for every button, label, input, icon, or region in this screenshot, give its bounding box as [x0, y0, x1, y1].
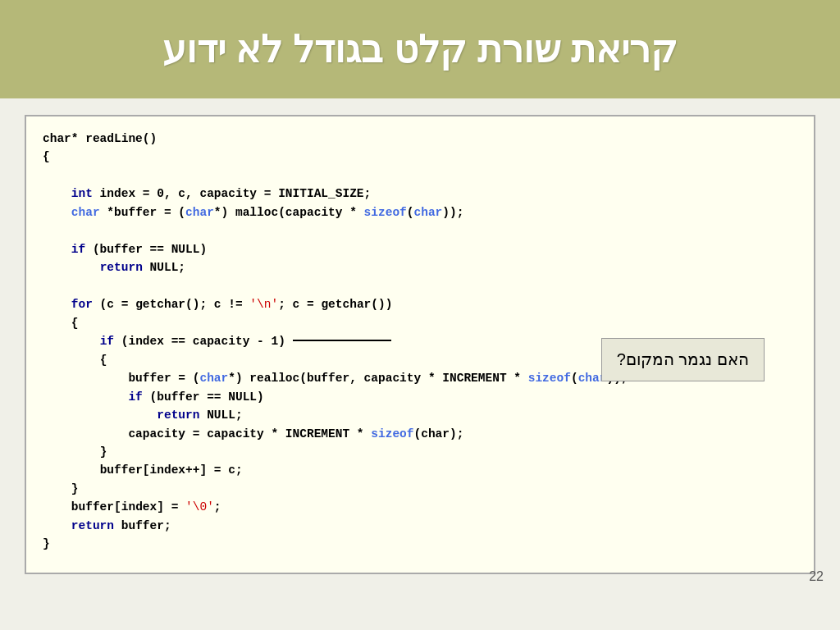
page-number: 22 [809, 569, 824, 584]
code-box: char* readLine() { int index = 0, c, cap… [25, 115, 815, 574]
code-line: char* readLine() [43, 130, 797, 148]
code-line: if (buffer == NULL) [43, 240, 797, 258]
code-line: buffer[index++] = c; [43, 461, 797, 479]
code-line: } [43, 480, 797, 498]
tooltip-box: האם נגמר המקום? [601, 338, 765, 381]
code-line: { [43, 148, 797, 166]
code-line [43, 277, 797, 295]
code-line: return buffer; [43, 517, 797, 535]
slide-content: char* readLine() { int index = 0, c, cap… [0, 98, 840, 591]
code-line: return NULL; [43, 258, 797, 276]
code-line: { [43, 314, 797, 332]
code-line: capacity = capacity * INCREMENT * sizeof… [43, 425, 797, 443]
tooltip-text: האם נגמר המקום? [617, 350, 749, 368]
code-line: } [43, 535, 797, 553]
code-line: for (c = getchar(); c != '\n'; c = getch… [43, 295, 797, 313]
code-line [43, 167, 797, 185]
code-line [43, 221, 797, 240]
code-line: buffer[index] = '\0'; [43, 498, 797, 516]
code-line: char *buffer = (char*) malloc(capacity *… [43, 203, 797, 221]
code-line: return NULL; [43, 406, 797, 424]
code-line: } [43, 443, 797, 461]
header-title: קריאת שורת קלט בגודל לא ידוע [162, 27, 678, 71]
code-line: int index = 0, c, capacity = INITIAL_SIZ… [43, 185, 797, 203]
code-line: if (buffer == NULL) [43, 388, 797, 406]
header: קריאת שורת קלט בגודל לא ידוע [0, 0, 840, 98]
